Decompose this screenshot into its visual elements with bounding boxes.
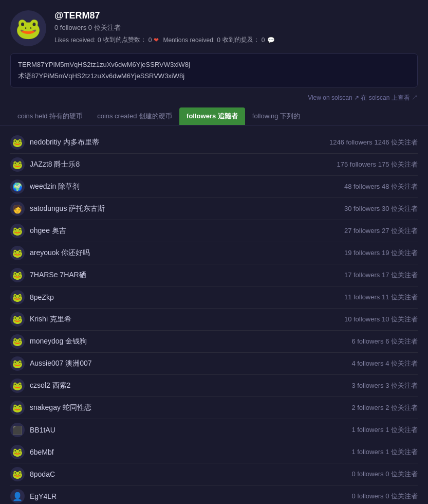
follower-name: nedobritiy 内多布里蒂: [30, 138, 324, 147]
follower-avatar: 👤: [10, 489, 25, 503]
list-divider: [10, 441, 418, 441]
list-divider: [10, 463, 418, 463]
list-divider: [10, 220, 418, 220]
follower-name: weedzin 除草剂: [30, 182, 339, 191]
follower-avatar: 🐸: [10, 135, 25, 150]
follower-stats: 27 followers 27 位关注者: [344, 226, 418, 236]
follower-avatar: 🧑: [10, 202, 25, 216]
follower-avatar: 🐸: [10, 290, 25, 304]
follower-name: moneydog 金钱狗: [30, 337, 346, 346]
follower-name: Krishi 克里希: [30, 315, 339, 324]
list-divider: [10, 264, 418, 264]
follower-row[interactable]: 🐸moneydog 金钱狗6 followers 6 位关注者: [5, 332, 423, 351]
follower-name: czsol2 西索2: [30, 381, 346, 390]
list-divider: [10, 308, 418, 309]
follower-row[interactable]: 🧑satodungus 萨托东古斯30 followers 30 位关注者: [5, 199, 423, 219]
list-divider: [10, 286, 418, 286]
follower-row[interactable]: 👤EgY4LR0 followers 0 位关注者: [5, 487, 423, 504]
avatar: 🐸: [10, 10, 46, 46]
nav-tab-0[interactable]: coins held 持有的硬币: [10, 107, 90, 125]
follower-avatar: 🐸: [10, 157, 25, 172]
follower-name: Aussie007 澳洲007: [30, 359, 346, 368]
follower-stats: 175 followers 175 位关注者: [337, 160, 418, 169]
list-divider: [10, 485, 418, 485]
follower-name: BB1tAU: [30, 426, 346, 434]
follower-name: 8peZkp: [30, 293, 339, 301]
solscan-link[interactable]: View on solscan ↗ 在 solscan 上查看 ↗: [0, 92, 428, 107]
mentions-received: Mentions received: 0 收到的提及： 0 💬: [163, 35, 274, 44]
follower-row[interactable]: 🌍weedzin 除草剂48 followers 48 位关注者: [5, 177, 423, 196]
nav-tab-1[interactable]: coins created 创建的硬币: [90, 107, 179, 125]
bubble-icon: 💬: [267, 37, 275, 44]
follower-avatar: 🐸: [10, 334, 25, 349]
follower-name: JAZzt8 爵士乐8: [30, 160, 331, 169]
follower-row[interactable]: 🐸6beMbf1 followers 1 位关注者: [5, 442, 423, 462]
list-divider: [10, 153, 418, 154]
follower-stats: 3 followers 3 位关注者: [351, 381, 418, 390]
follower-name: EgY4LR: [30, 492, 346, 500]
follower-avatar: 🐸: [10, 379, 25, 393]
follower-row[interactable]: 🐸czsol2 西索23 followers 3 位关注者: [5, 376, 423, 395]
follower-row[interactable]: 🐸8podaC0 followers 0 位关注者: [5, 464, 423, 484]
nav-tab-3[interactable]: following 下列的: [245, 107, 307, 125]
follower-stats: 2 followers 2 位关注者: [351, 403, 418, 412]
follower-row[interactable]: 🐸7HARSe 7HAR硒17 followers 17 位关注者: [5, 265, 423, 285]
follower-name: 6beMbf: [30, 448, 346, 456]
nav-tab-2[interactable]: followers 追随者: [179, 107, 245, 125]
follower-name: 7HARSe 7HAR硒: [30, 271, 339, 280]
follower-name: 8podaC: [30, 470, 346, 478]
likes-cn-label: 收到的点赞数：: [103, 35, 146, 44]
follower-stats: 1 followers 1 位关注者: [351, 447, 418, 457]
list-divider: [10, 175, 418, 176]
follower-row[interactable]: ⬛BB1tAU1 followers 1 位关注者: [5, 420, 423, 440]
likes-value: 0: [98, 37, 101, 44]
follower-row[interactable]: 🐸Aussie007 澳洲0074 followers 4 位关注者: [5, 354, 423, 373]
list-divider: [10, 397, 418, 397]
mentions-label: Mentions received:: [163, 37, 215, 44]
likes-received: Likes received: 0 收到的点赞数： 0 ❤: [54, 35, 159, 44]
follower-name: satodungus 萨托东古斯: [30, 204, 339, 213]
mentions-cn-value: 0: [262, 37, 265, 44]
address-line-1: TERM87YPiM5mVqHS2tz1zuXv6dwM6YjeSSRVW3xi…: [18, 59, 410, 70]
profile-info: @TERM87 0 followers 0 位关注者 Likes receive…: [54, 10, 418, 44]
follower-avatar: 🐸: [10, 445, 25, 459]
follower-stats: 10 followers 10 位关注者: [344, 315, 418, 324]
follower-row[interactable]: 🐸snakegay 蛇同性恋2 followers 2 位关注者: [5, 398, 423, 418]
follower-row[interactable]: 🐸ohgee 奥吉27 followers 27 位关注者: [5, 221, 423, 241]
nav-tabs: coins held 持有的硬币coins created 创建的硬币follo…: [0, 107, 428, 125]
list-divider: [10, 197, 418, 198]
mentions-value: 0: [217, 37, 220, 44]
likes-label: Likes received:: [54, 37, 96, 44]
follower-avatar: 🌍: [10, 179, 25, 194]
follower-avatar: 🐸: [10, 246, 25, 260]
follower-row[interactable]: 🐸nedobritiy 内多布里蒂1246 followers 1246 位关注…: [5, 133, 423, 152]
follower-avatar: 🐸: [10, 356, 25, 371]
address-box: TERM87YPiM5mVqHS2tz1zuXv6dwM6YjeSSRVW3xi…: [10, 53, 418, 87]
list-divider: [10, 419, 418, 419]
follower-stats: 4 followers 4 位关注者: [351, 359, 418, 368]
follower-row[interactable]: 🐸Krishi 克里希10 followers 10 位关注者: [5, 310, 423, 329]
follow-stats: 0 followers 0 位关注者: [54, 23, 418, 32]
meta-stats: Likes received: 0 收到的点赞数： 0 ❤ Mentions r…: [54, 35, 418, 44]
heart-icon: ❤: [154, 37, 159, 44]
follower-stats: 0 followers 0 位关注者: [351, 492, 418, 501]
follower-stats: 0 followers 0 位关注者: [351, 470, 418, 479]
mentions-cn-label: 收到的提及：: [222, 35, 259, 44]
follower-avatar: 🐸: [10, 268, 25, 282]
follower-stats: 17 followers 17 位关注者: [344, 271, 418, 280]
follower-avatar: 🐸: [10, 312, 25, 327]
follower-row[interactable]: 🐸JAZzt8 爵士乐8175 followers 175 位关注者: [5, 155, 423, 174]
follower-avatar: 🐸: [10, 401, 25, 415]
address-line-2: 术语87YPiM5mVqHS2tz1zuXv6dwM6YjeSSRVW3xiW8…: [18, 70, 410, 82]
username: @TERM87: [54, 10, 418, 21]
list-divider: [10, 330, 418, 331]
solscan-text[interactable]: View on solscan ↗ 在 solscan 上查看 ↗: [308, 94, 418, 101]
follower-stats: 11 followers 11 位关注者: [344, 293, 418, 302]
list-divider: [10, 374, 418, 375]
follower-stats: 48 followers 48 位关注者: [344, 182, 418, 191]
follower-name: areyouok 你还好吗: [30, 248, 339, 258]
follower-row[interactable]: 🐸8peZkp11 followers 11 位关注者: [5, 287, 423, 307]
list-divider: [10, 352, 418, 353]
likes-cn-value: 0: [148, 37, 152, 44]
follower-row[interactable]: 🐸areyouok 你还好吗19 followers 19 位关注者: [5, 243, 423, 263]
